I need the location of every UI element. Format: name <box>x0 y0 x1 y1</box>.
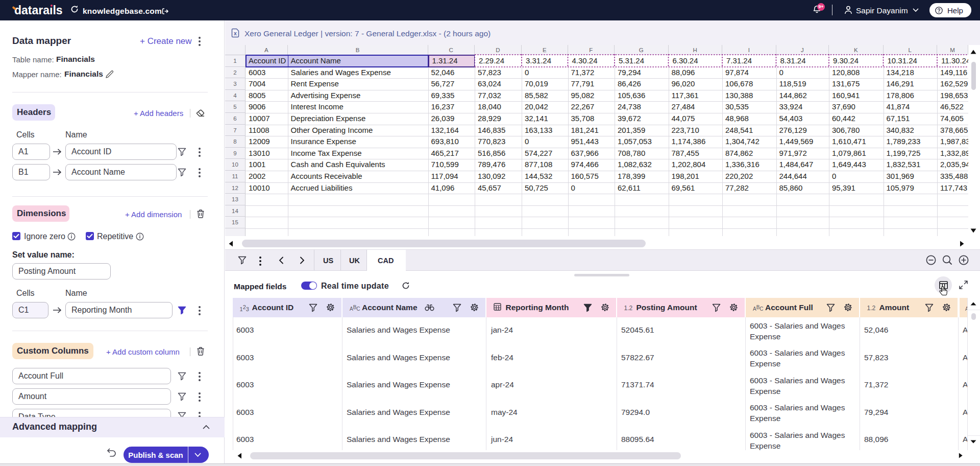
svg-text:x: x <box>234 30 237 36</box>
